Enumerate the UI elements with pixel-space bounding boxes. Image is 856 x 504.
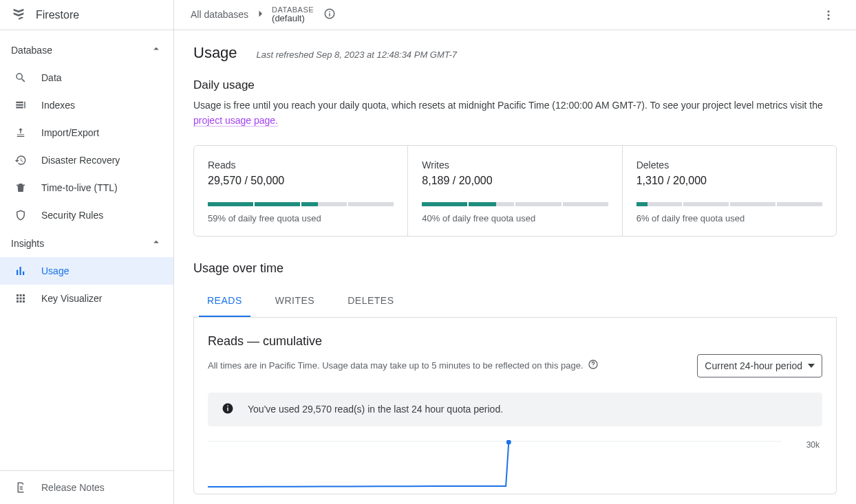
chart-y-tick-label: 30k bbox=[806, 440, 820, 450]
progress-bar bbox=[422, 202, 608, 206]
stat-card-deletes: Deletes 1,310 / 20,000 6% of daily free … bbox=[622, 146, 836, 236]
info-icon bbox=[222, 402, 234, 417]
chart-subtitle: All times are in Pacific Time. Usage dat… bbox=[208, 359, 599, 372]
svg-rect-10 bbox=[20, 300, 22, 303]
svg-point-16 bbox=[592, 366, 593, 367]
progress-bar bbox=[208, 202, 394, 206]
section-header-insights[interactable]: Insights bbox=[0, 229, 173, 257]
svg-point-12 bbox=[828, 10, 830, 12]
sidebar-item-release-notes[interactable]: Release Notes bbox=[0, 474, 173, 501]
tabs: ReadsWritesDeletes bbox=[193, 285, 837, 318]
firestore-logo-icon bbox=[11, 6, 26, 24]
reads-line-chart bbox=[208, 440, 781, 488]
sidebar-item-label: Import/Export bbox=[41, 127, 99, 138]
stat-value: 8,189 / 20,000 bbox=[422, 175, 608, 187]
svg-rect-2 bbox=[23, 272, 24, 275]
daily-usage-description: Usage is free until you reach your daily… bbox=[193, 98, 837, 129]
svg-rect-1 bbox=[20, 267, 21, 275]
sidebar-item-label: Data bbox=[41, 72, 62, 83]
history-icon bbox=[14, 153, 28, 167]
dropdown-icon bbox=[808, 360, 815, 371]
svg-rect-0 bbox=[17, 270, 18, 276]
breadcrumb-root-link[interactable]: All databases bbox=[191, 9, 248, 20]
section-title: Database bbox=[11, 45, 52, 56]
svg-rect-19 bbox=[227, 405, 228, 406]
tab-reads[interactable]: Reads bbox=[199, 285, 250, 317]
svg-rect-4 bbox=[20, 294, 22, 296]
breadcrumb-current: DATABASE (default) bbox=[272, 6, 314, 25]
svg-point-21 bbox=[506, 440, 511, 444]
section-header-database[interactable]: Database bbox=[0, 36, 173, 64]
chart-area: 30k bbox=[208, 440, 822, 488]
svg-rect-11 bbox=[23, 300, 25, 303]
usage-over-time-heading: Usage over time bbox=[193, 261, 837, 276]
chevron-right-icon bbox=[254, 8, 266, 22]
notes-icon bbox=[14, 481, 28, 494]
daily-usage-heading: Daily usage bbox=[193, 78, 837, 92]
chevron-up-icon bbox=[150, 236, 162, 250]
grid-icon bbox=[14, 292, 28, 305]
tab-deletes[interactable]: Deletes bbox=[339, 285, 402, 317]
product-name: Firestore bbox=[36, 9, 79, 21]
trash-icon bbox=[14, 181, 28, 195]
sidebar-item-label: Indexes bbox=[41, 100, 75, 111]
svg-rect-7 bbox=[20, 298, 22, 300]
stat-label: Writes bbox=[422, 160, 608, 171]
sidebar-item-time-to-live-ttl-[interactable]: Time-to-live (TTL) bbox=[0, 174, 173, 201]
stat-value: 1,310 / 20,000 bbox=[636, 175, 822, 187]
breadcrumb-current-label: (default) bbox=[272, 14, 314, 24]
sidebar-item-data[interactable]: Data bbox=[0, 64, 173, 91]
indexes-icon bbox=[14, 98, 28, 112]
range-label: Current 24-hour period bbox=[705, 360, 802, 371]
chart-title: Reads — cumulative bbox=[208, 334, 822, 349]
content: Usage Last refreshed Sep 8, 2023 at 12:4… bbox=[174, 30, 856, 504]
usage-banner: You've used 29,570 read(s) in the last 2… bbox=[208, 393, 822, 426]
stat-footer: 59% of daily free quota used bbox=[208, 213, 394, 223]
section-title: Insights bbox=[11, 238, 44, 249]
chevron-up-icon bbox=[150, 43, 162, 57]
stat-value: 29,570 / 50,000 bbox=[208, 175, 394, 187]
stat-footer: 6% of daily free quota used bbox=[636, 213, 822, 223]
search-icon bbox=[14, 71, 28, 85]
sidebar-item-indexes[interactable]: Indexes bbox=[0, 91, 173, 119]
barchart-icon bbox=[14, 264, 28, 278]
help-icon[interactable] bbox=[588, 359, 599, 372]
svg-point-14 bbox=[828, 17, 830, 19]
svg-point-13 bbox=[828, 14, 830, 16]
top-bar: All databases DATABASE (default) bbox=[174, 0, 856, 30]
banner-text: You've used 29,570 read(s) in the last 2… bbox=[248, 404, 503, 415]
sidebar-item-label: Disaster Recovery bbox=[41, 155, 120, 166]
stat-card-writes: Writes 8,189 / 20,000 40% of daily free … bbox=[407, 146, 621, 236]
sidebar-item-label: Usage bbox=[41, 265, 69, 276]
breadcrumb: All databases DATABASE (default) bbox=[191, 6, 336, 25]
shield-icon bbox=[14, 208, 28, 222]
sidebar-item-usage[interactable]: Usage bbox=[0, 257, 173, 285]
sidebar-item-key-visualizer[interactable]: Key Visualizer bbox=[0, 285, 173, 312]
stat-card-reads: Reads 29,570 / 50,000 59% of daily free … bbox=[194, 146, 407, 236]
svg-rect-5 bbox=[23, 294, 25, 296]
tab-writes[interactable]: Writes bbox=[267, 285, 323, 317]
progress-bar bbox=[636, 202, 822, 206]
svg-rect-8 bbox=[23, 298, 25, 300]
sidebar-item-label: Release Notes bbox=[41, 482, 105, 493]
daily-stats-cards: Reads 29,570 / 50,000 59% of daily free … bbox=[193, 145, 837, 237]
stat-label: Deletes bbox=[636, 160, 822, 171]
stat-footer: 40% of daily free quota used bbox=[422, 213, 608, 223]
project-usage-link[interactable]: project usage page. bbox=[193, 115, 278, 126]
sidebar-item-security-rules[interactable]: Security Rules bbox=[0, 201, 173, 229]
sidebar-item-disaster-recovery[interactable]: Disaster Recovery bbox=[0, 146, 173, 174]
page-title: Usage bbox=[193, 44, 237, 62]
last-refreshed-text: Last refreshed Sep 8, 2023 at 12:48:34 P… bbox=[257, 50, 457, 60]
svg-rect-9 bbox=[17, 300, 19, 303]
sidebar-item-label: Key Visualizer bbox=[41, 293, 102, 304]
sidebar: Firestore DatabaseDataIndexesImport/Expo… bbox=[0, 0, 174, 504]
sidebar-header: Firestore bbox=[0, 0, 173, 30]
time-range-select[interactable]: Current 24-hour period bbox=[697, 354, 822, 377]
svg-rect-6 bbox=[17, 298, 19, 300]
more-options-button[interactable] bbox=[817, 4, 839, 26]
sidebar-item-import-export[interactable]: Import/Export bbox=[0, 119, 173, 146]
importexport-icon bbox=[14, 126, 28, 140]
sidebar-item-label: Time-to-live (TTL) bbox=[41, 182, 118, 193]
svg-rect-18 bbox=[227, 407, 228, 410]
info-icon[interactable] bbox=[323, 8, 336, 22]
